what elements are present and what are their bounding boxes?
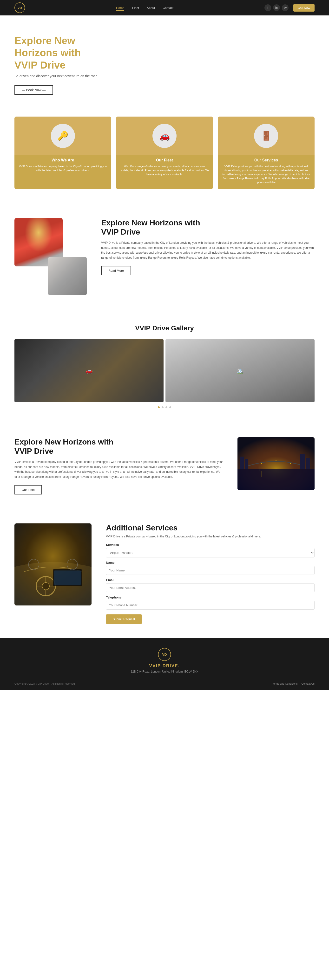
cards-row: 🔑 Who We Are VVIP Drive is a Private com… [0,109,329,204]
gallery-dots [14,406,315,408]
nav-item-about[interactable]: About [147,6,155,10]
navbar-social: f in tw Call Now [264,4,315,11]
our-fleet-button[interactable]: Our Fleet [14,485,42,495]
fleet-content: Explore New Horizons with VVIP Drive VVI… [14,437,223,495]
about-heading: Explore New Horizons with VVIP Drive [101,218,315,237]
twitter-icon[interactable]: tw [282,4,288,11]
fleet-image [237,437,315,490]
city-night-image [237,437,315,490]
services-content: Additional Services VVIP Drive is a Priv… [106,523,315,624]
submit-request-button[interactable]: Submit Request [106,614,142,624]
door-icon: 🚪 [254,124,278,148]
telephone-label: Telephone [106,596,315,599]
about-body: VVIP Drive is a Private company based in… [101,240,315,260]
card-fleet-text: We offer a range of vehicles to meet you… [116,164,213,177]
services-select[interactable]: Airport Transfers Corporate Travel Weddi… [106,548,315,557]
navbar-links: Home Fleet About Contact [116,6,173,10]
svg-rect-4 [245,459,248,469]
fleet-body: VVIP Drive is a Private company based in… [14,460,223,479]
footer-address: 12B City Road, London, United Kingdom, E… [14,670,315,673]
name-group: Name [106,561,315,575]
svg-point-9 [290,463,291,464]
services-label: Services [106,543,315,547]
footer-brand: VVIP DRIVE. [14,663,315,668]
svg-point-8 [275,460,277,461]
about-images [14,218,87,295]
footer-copyright: Copyright © 2024 VVIP Drive – All Rights… [14,682,75,685]
svg-rect-20 [54,571,81,585]
email-label: Email [106,578,315,582]
name-input[interactable] [106,566,315,575]
nav-item-contact[interactable]: Contact [163,6,173,10]
hero-section: Explore New Horizons with VVIP Drive Be … [0,16,329,109]
card-fleet: 🚗 Our Fleet We offer a range of vehicles… [116,116,213,189]
services-image [14,523,92,606]
nav-item-fleet[interactable]: Fleet [132,6,139,10]
gallery-section: VVIP Drive Gallery 🚗 🏔️ [0,310,329,423]
call-now-button[interactable]: Call Now [293,4,315,11]
key-icon: 🔑 [51,124,75,148]
svg-rect-5 [300,454,305,469]
about-content: Explore New Horizons with VVIP Drive VVI… [101,218,315,275]
navbar-logo: VD [14,2,25,13]
services-heading: Additional Services [106,523,315,532]
card-who-title: Who We Are [14,158,111,162]
gallery-image-interior: 🚗 [14,339,163,402]
about-image-2 [48,257,87,295]
card-services: 🚪 Our Services VVIP Drive provides you w… [218,116,315,189]
footer-bottom: Copyright © 2024 VVIP Drive – All Rights… [14,678,315,685]
gallery-dot-3[interactable] [166,406,168,408]
services-intro: VVIP Drive is a Private company based in… [106,535,315,538]
read-more-button[interactable]: Read More [101,266,131,275]
card-fleet-icon: 🚗 [116,116,213,155]
gallery-dot-2[interactable] [161,406,163,408]
gallery-dot-1[interactable] [158,406,160,408]
gallery-image-snow: 🏔️ [166,339,315,402]
telephone-group: Telephone [106,596,315,609]
fleet-heading: Explore New Horizons with VVIP Drive [14,437,223,456]
car-icon: 🚗 [152,124,177,148]
gallery-grid: 🚗 🏔️ [14,339,315,402]
book-now-button[interactable]: — Book Now — [14,85,53,95]
services-section: Additional Services VVIP Drive is a Priv… [0,509,329,638]
svg-point-7 [261,463,262,464]
gallery-title: VVIP Drive Gallery [14,325,315,332]
footer-logo: VD [158,648,171,661]
navbar: VD Home Fleet About Contact f in tw Call… [0,0,329,16]
facebook-icon[interactable]: f [264,4,271,11]
nav-item-home[interactable]: Home [116,6,125,10]
hero-heading: Explore New Horizons with VVIP Drive [14,35,111,71]
gallery-dot-4[interactable] [169,406,171,408]
footer-terms-link[interactable]: Terms and Conditions [272,682,297,685]
card-services-title: Our Services [218,158,315,162]
footer: VD VVIP DRIVE. 12B City Road, London, Un… [0,638,329,690]
card-who-text: VVIP Drive is a Private company based in… [14,164,111,172]
fleet-section: Explore New Horizons with VVIP Drive VVI… [0,423,329,509]
email-input[interactable] [106,583,315,592]
svg-rect-6 [306,458,310,469]
card-who-we-are: 🔑 Who We Are VVIP Drive is a Private com… [14,116,111,189]
card-who-icon: 🔑 [14,116,111,155]
instagram-icon[interactable]: in [273,4,280,11]
footer-links: Terms and Conditions Contact Us [272,682,315,685]
card-services-text: VVIP Drive provides you with the best se… [218,164,315,185]
name-label: Name [106,561,315,565]
services-dropdown-group: Services Airport Transfers Corporate Tra… [106,543,315,557]
about-section: Explore New Horizons with VVIP Drive VVI… [0,204,329,310]
svg-point-14 [42,582,49,590]
telephone-input[interactable] [106,601,315,609]
svg-rect-3 [240,457,244,469]
footer-contact-link[interactable]: Contact Us [302,682,315,685]
card-fleet-title: Our Fleet [116,158,213,162]
hero-subtext: Be driven and discover your next adventu… [14,74,315,78]
card-services-icon: 🚪 [218,116,315,155]
email-group: Email [106,578,315,592]
